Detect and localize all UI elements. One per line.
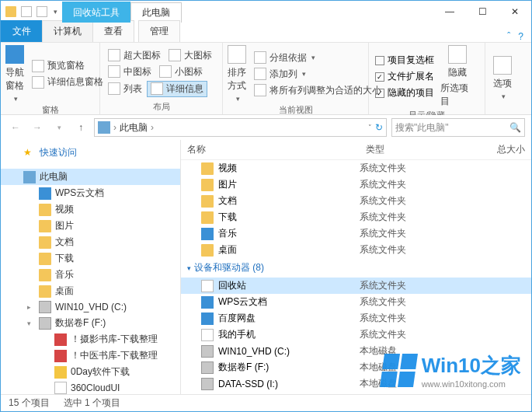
tab-file[interactable]: 文件	[1, 20, 43, 42]
tree-item[interactable]: ★快速访问	[1, 145, 180, 161]
sort-button[interactable]: 排序方式 ▾	[228, 45, 246, 103]
layout-extra-large[interactable]: 超大图标	[105, 48, 164, 63]
tree-item[interactable]: WPS云文档	[1, 185, 180, 201]
status-bar: 15 个项目 选中 1 个项目	[1, 394, 531, 411]
checkbox-icon: ✓	[375, 89, 384, 98]
expand-icon[interactable]: ▾	[27, 319, 35, 327]
list-row[interactable]: 文档系统文件夹	[181, 193, 531, 209]
qat-dropdown-icon[interactable]: ▾	[54, 8, 57, 16]
list-row[interactable]: 下载系统文件夹	[181, 209, 531, 225]
layout-list[interactable]: 列表	[105, 81, 145, 97]
tree-item[interactable]: 下载	[1, 250, 180, 267]
minimize-button[interactable]: —	[433, 1, 466, 23]
item-name: 音乐	[218, 227, 237, 240]
layout-large[interactable]: 大图标	[165, 48, 215, 63]
address-field[interactable]: › 此电脑 › ˅ ↻	[94, 118, 387, 137]
folder-icon	[201, 244, 214, 257]
list-row[interactable]: 数据卷F (F:)本地磁盘	[181, 359, 531, 375]
list-row[interactable]: WPS云文档系统文件夹	[181, 294, 531, 310]
layout-details[interactable]: 详细信息	[147, 81, 207, 97]
tree-item[interactable]: ▸WIN10_VHD (C:)	[1, 299, 180, 315]
tree-item[interactable]: 视频	[1, 201, 180, 218]
drive-icon	[201, 345, 214, 358]
refresh-icon[interactable]: ↻	[375, 122, 383, 133]
col-type[interactable]: 类型	[360, 143, 461, 156]
folder-icon	[39, 285, 51, 298]
fit-icon	[254, 84, 266, 96]
list-row[interactable]: 视频系统文件夹	[181, 160, 531, 176]
folder-icon	[201, 195, 214, 208]
fit-columns-button[interactable]: 将所有列调整为合适的大小	[251, 83, 384, 98]
list-row[interactable]: 回收站系统文件夹	[181, 278, 531, 294]
search-box[interactable]: 搜索"此电脑" 🔍	[391, 118, 525, 137]
nav-tree[interactable]: ★快速访问此电脑WPS云文档视频图片文档下载音乐桌面▸WIN10_VHD (C:…	[1, 140, 181, 394]
tree-item[interactable]: ▾数据卷F (F:)	[1, 315, 180, 331]
hide-selected-button[interactable]: 隐藏 所选项目	[440, 45, 475, 108]
col-name[interactable]: 名称	[181, 143, 360, 156]
recent-button[interactable]: ▾	[50, 119, 68, 136]
item-type: 系统文件夹	[360, 312, 461, 325]
ribbon-collapse-icon[interactable]: ˆ	[507, 31, 510, 42]
tree-item[interactable]: 360CloudUI	[1, 380, 180, 394]
expand-icon[interactable]: ▸	[27, 303, 35, 311]
col-size[interactable]: 总大小	[461, 143, 531, 156]
folder-icon	[39, 236, 51, 249]
tree-item[interactable]: 此电脑	[1, 169, 180, 185]
folder-icon	[201, 211, 214, 224]
tree-item[interactable]: ！摄影书库-下载整理	[1, 331, 180, 347]
list-row[interactable]: 图片系统文件夹	[181, 176, 531, 193]
tree-item-label: 快速访问	[40, 146, 77, 159]
details-pane-button[interactable]: 详细信息窗格	[29, 75, 106, 89]
tab-computer[interactable]: 计算机	[42, 20, 93, 42]
search-placeholder: 搜索"此电脑"	[395, 121, 449, 134]
breadcrumb-root[interactable]: 此电脑	[120, 121, 148, 134]
qat-new-folder-icon[interactable]	[37, 6, 47, 17]
nav-pane-button[interactable]: 导航窗格 ▾	[5, 45, 24, 103]
tree-item[interactable]: 音乐	[1, 267, 180, 283]
md-icon	[108, 65, 120, 78]
back-button[interactable]: ←	[7, 119, 24, 136]
tree-item[interactable]: ！中医书库-下载整理	[1, 347, 180, 364]
help-icon[interactable]: ?	[518, 31, 523, 42]
maximize-button[interactable]: ☐	[466, 1, 499, 23]
add-columns-button[interactable]: 添加列▾	[251, 67, 384, 82]
hide-icon	[448, 45, 467, 64]
item-checkboxes-toggle[interactable]: 项目复选框	[374, 53, 436, 68]
column-headers[interactable]: 名称 类型 总大小	[181, 140, 531, 160]
tree-item[interactable]: 图片	[1, 218, 180, 234]
address-bar: ← → ▾ ↑ › 此电脑 › ˅ ↻ 搜索"此电脑" 🔍	[1, 115, 531, 140]
tree-item[interactable]: 文档	[1, 234, 180, 250]
chevron-down-icon: ▾	[187, 264, 191, 272]
details-icon	[151, 82, 163, 95]
pc-icon	[23, 171, 36, 183]
group-by-button[interactable]: 分组依据▾	[251, 51, 384, 65]
up-button[interactable]: ↑	[72, 119, 89, 136]
group-header[interactable]: ▾设备和驱动器 (8)	[181, 258, 531, 278]
file-extensions-toggle[interactable]: ✓文件扩展名	[374, 69, 436, 84]
list-row[interactable]: DATA-SSD (I:)本地磁盘	[181, 375, 531, 392]
list-row[interactable]: 音乐系统文件夹	[181, 225, 531, 242]
tab-manage[interactable]: 管理	[138, 20, 180, 42]
tab-view[interactable]: 查看	[92, 20, 134, 42]
qat-properties-icon[interactable]	[21, 6, 32, 17]
tree-item[interactable]: 桌面	[1, 283, 180, 299]
address-history-icon[interactable]: ˅	[368, 124, 372, 131]
tree-item[interactable]: 0Day软件下载	[1, 364, 180, 380]
hidden-items-toggle[interactable]: ✓隐藏的项目	[374, 86, 436, 100]
options-icon	[493, 56, 512, 75]
list-row[interactable]: 百度网盘系统文件夹	[181, 310, 531, 326]
tree-item-label: WIN10_VHD (C:)	[55, 302, 127, 312]
layout-medium[interactable]: 中图标	[105, 65, 155, 79]
close-button[interactable]: ✕	[499, 1, 531, 23]
item-name: 下载	[218, 211, 237, 224]
options-button[interactable]: 选项 ▾	[490, 45, 515, 111]
list-row[interactable]: 我的手机系统文件夹	[181, 326, 531, 343]
context-tool-header: 回收站工具	[62, 2, 130, 23]
item-type: 系统文件夹	[360, 279, 461, 292]
list-row[interactable]: WIN10_VHD (C:)本地磁盘	[181, 343, 531, 359]
list-row[interactable]: 桌面系统文件夹	[181, 242, 531, 258]
tree-item-label: 视频	[55, 203, 74, 216]
layout-small[interactable]: 小图标	[156, 65, 206, 79]
preview-pane-button[interactable]: 预览窗格	[29, 58, 106, 73]
forward-button[interactable]: →	[29, 119, 46, 136]
